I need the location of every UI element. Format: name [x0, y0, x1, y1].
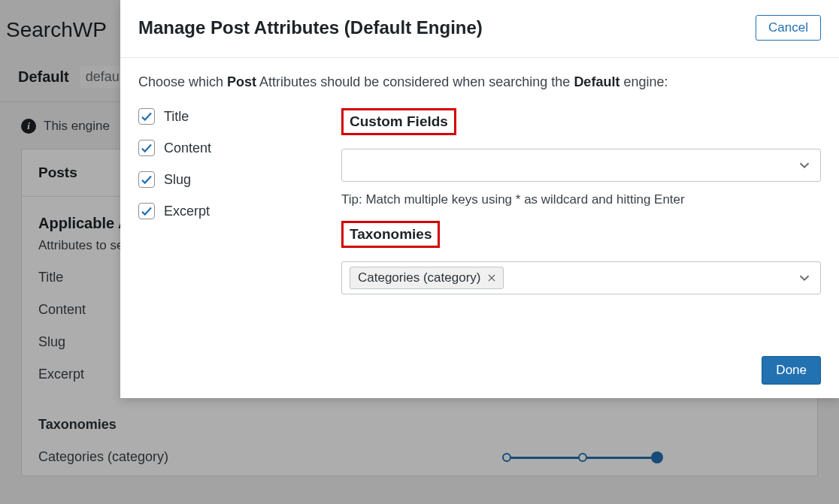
taxonomies-select[interactable]: Categories (category) — [341, 261, 821, 294]
chevron-down-icon — [796, 270, 813, 286]
checkbox-label: Title — [164, 109, 189, 125]
modal-footer: Done — [120, 343, 839, 398]
custom-fields-tip: Tip: Match multiple keys using * as wild… — [341, 192, 821, 207]
close-icon[interactable] — [486, 273, 497, 283]
modal-header: Manage Post Attributes (Default Engine) … — [120, 0, 839, 58]
checkbox-checked-icon — [138, 171, 155, 188]
checkbox-label: Content — [164, 140, 211, 156]
modal-prompt: Choose which Post Attributes should be c… — [138, 74, 821, 90]
checkbox-title[interactable]: Title — [138, 108, 326, 125]
modal-title: Manage Post Attributes (Default Engine) — [138, 17, 483, 38]
custom-fields-label: Custom Fields — [341, 108, 456, 135]
checkbox-slug[interactable]: Slug — [138, 171, 326, 188]
chevron-down-icon — [796, 157, 813, 174]
checkbox-content[interactable]: Content — [138, 140, 326, 156]
modal-body: Choose which Post Attributes should be c… — [120, 58, 839, 343]
taxonomies-label: Taxonomies — [341, 221, 440, 248]
checkbox-column: Title Content Slug Excerpt — [138, 108, 326, 294]
select-column: Custom Fields Tip: Match multiple keys u… — [341, 108, 821, 294]
cancel-button[interactable]: Cancel — [756, 15, 821, 41]
taxonomy-tag[interactable]: Categories (category) — [350, 267, 504, 289]
checkbox-checked-icon — [138, 108, 155, 125]
checkbox-checked-icon — [138, 140, 155, 156]
checkbox-excerpt[interactable]: Excerpt — [138, 203, 326, 219]
checkbox-label: Slug — [164, 172, 191, 188]
checkbox-label: Excerpt — [164, 204, 210, 219]
custom-fields-select[interactable] — [341, 149, 821, 182]
manage-attributes-modal: Manage Post Attributes (Default Engine) … — [120, 0, 839, 398]
taxonomy-tag-label: Categories (category) — [358, 270, 480, 285]
done-button[interactable]: Done — [762, 356, 821, 385]
checkbox-checked-icon — [138, 203, 155, 219]
